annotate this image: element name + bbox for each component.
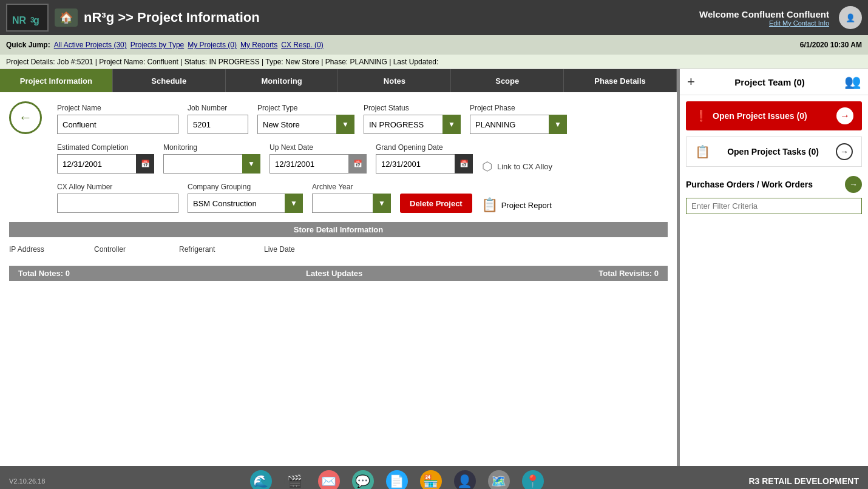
quickjump-my-reports[interactable]: My Reports — [240, 41, 277, 49]
avatar: 👤 — [839, 6, 862, 29]
tab-bar: Project Information Schedule Monitoring … — [0, 69, 677, 92]
up-next-date-group: Up Next Date 📅 — [270, 143, 367, 174]
quickjump-all-active[interactable]: All Active Projects (30) — [54, 41, 127, 49]
project-type-label: Project Type — [257, 104, 354, 112]
taskbar-icon-chat[interactable]: 💬 — [352, 470, 374, 489]
monitoring-group: Monitoring ▼ — [163, 143, 260, 174]
version-label: V2.10.26.18 — [9, 477, 45, 485]
tab-schedule[interactable]: Schedule — [113, 69, 226, 92]
home-icon[interactable]: 🏠 — [55, 8, 78, 27]
taskbar-icon-email[interactable]: ✉️ — [318, 470, 340, 489]
header: NR 3 g 🏠 nR³g >> Project Information Wel… — [0, 0, 868, 35]
tasks-arrow-icon: → — [836, 143, 853, 160]
quickjump-my-projects[interactable]: My Projects (0) — [188, 41, 237, 49]
up-next-date-calendar-btn[interactable]: 📅 — [348, 154, 367, 174]
logo: NR 3 g — [6, 4, 49, 32]
back-arrow-icon: ← — [19, 110, 32, 126]
company-grouping-dropdown-btn[interactable]: ▼ — [285, 194, 303, 213]
project-status-label: Project Status — [364, 104, 461, 112]
quickjump-by-type[interactable]: Projects by Type — [131, 41, 185, 49]
svg-text:NR: NR — [12, 15, 27, 25]
project-name-group: Project Name — [57, 104, 178, 134]
taskbar-icon-store[interactable]: 🏪 — [420, 470, 442, 489]
team-icon: 👥 — [844, 74, 861, 90]
project-type-select: ▼ — [257, 115, 354, 134]
project-details-text: Project Details: Job #:5201 | Project Na… — [6, 58, 438, 66]
taskbar-icon-film[interactable]: 🎬 — [284, 470, 306, 489]
open-issues-label: Open Project Issues (0) — [713, 111, 807, 121]
taskbar-icon-map[interactable]: 🗺️ — [488, 470, 510, 489]
grand-opening-date-input[interactable] — [376, 154, 455, 174]
open-tasks-label: Open Project Tasks (0) — [727, 147, 819, 157]
job-number-label: Job Number — [188, 104, 248, 112]
project-phase-input[interactable] — [470, 115, 549, 134]
tab-monitoring[interactable]: Monitoring — [226, 69, 339, 92]
link-to-cx-alloy-label[interactable]: Link to CX Alloy — [497, 162, 552, 171]
po-filter-input[interactable] — [686, 198, 862, 214]
up-next-date-label: Up Next Date — [270, 143, 367, 152]
estimated-completion-input[interactable] — [57, 154, 136, 174]
tab-scope[interactable]: Scope — [451, 69, 564, 92]
up-next-date-field: 📅 — [270, 154, 367, 174]
po-arrow-button[interactable]: → — [845, 176, 862, 193]
archive-year-dropdown-btn[interactable]: ▼ — [373, 194, 391, 213]
cx-alloy-number-input[interactable] — [57, 194, 178, 213]
svg-text:g: g — [33, 15, 39, 25]
taskbar-icon-location[interactable]: 📍 — [522, 470, 544, 489]
total-revisits: Total Revisits: 0 — [598, 269, 659, 278]
project-phase-label: Project Phase — [470, 104, 567, 112]
add-team-member-button[interactable]: + — [687, 74, 695, 90]
taskbar-icon-document[interactable]: 📄 — [386, 470, 408, 489]
monitoring-select: ▼ — [163, 154, 260, 174]
cx-alloy-hex-icon: ⬡ — [482, 159, 492, 174]
tab-notes[interactable]: Notes — [338, 69, 451, 92]
project-type-dropdown-btn[interactable]: ▼ — [336, 115, 354, 134]
tab-project-information[interactable]: Project Information — [0, 69, 113, 92]
quickjump-cx-resp[interactable]: CX Resp. (0) — [281, 41, 323, 49]
project-status-input[interactable] — [364, 115, 442, 134]
company-grouping-group: Company Grouping ▼ — [188, 183, 303, 213]
up-next-date-input[interactable] — [270, 154, 348, 174]
live-date-label: Live Date — [264, 245, 325, 254]
back-button[interactable]: ← — [9, 101, 42, 134]
cx-alloy-number-group: CX Alloy Number — [57, 183, 178, 213]
project-report-icon: 📋 — [481, 197, 498, 213]
datetime: 6/1/2020 10:30 AM — [800, 41, 862, 49]
main-layout: Project Information Schedule Monitoring … — [0, 69, 868, 466]
project-status-dropdown-btn[interactable]: ▼ — [442, 115, 461, 134]
store-detail-header: Store Detail Information — [9, 222, 668, 237]
monitoring-input[interactable] — [163, 154, 242, 174]
issues-arrow-icon: → — [836, 107, 853, 124]
edit-contact-link[interactable]: Edit My Contact Info — [699, 19, 829, 27]
project-status-group: Project Status ▼ — [364, 104, 461, 134]
open-project-tasks-button[interactable]: 📋 Open Project Tasks (0) → — [686, 137, 862, 167]
issues-exclamation-icon: ❗ — [694, 109, 708, 123]
company-grouping-input[interactable] — [188, 194, 285, 213]
grand-opening-date-label: Grand Opening Date — [376, 143, 473, 152]
project-type-group: Project Type ▼ — [257, 104, 354, 134]
estimated-completion-calendar-btn[interactable]: 📅 — [136, 154, 154, 174]
job-number-input[interactable] — [188, 115, 248, 134]
project-type-input[interactable] — [257, 115, 336, 134]
project-phase-select: ▼ — [470, 115, 567, 134]
project-report-label: Project Report — [501, 201, 552, 210]
tab-phase-details[interactable]: Phase Details — [564, 69, 677, 92]
po-header: Purchase Orders / Work Orders → — [686, 176, 862, 193]
taskbar: V2.10.26.18 🌊 🎬 ✉️ 💬 📄 🏪 👤 🗺️ 📍 R3 RETAI… — [0, 466, 868, 489]
open-project-issues-button[interactable]: ❗ Open Project Issues (0) → — [686, 101, 862, 130]
project-phase-group: Project Phase ▼ — [470, 104, 567, 134]
project-name-input[interactable] — [57, 115, 178, 134]
monitoring-dropdown-btn[interactable]: ▼ — [242, 154, 260, 174]
job-number-group: Job Number — [188, 104, 248, 134]
archive-year-input[interactable] — [312, 194, 373, 213]
project-phase-dropdown-btn[interactable]: ▼ — [549, 115, 567, 134]
estimated-completion-label: Estimated Completion — [57, 143, 154, 152]
delete-project-button[interactable]: Delete Project — [400, 194, 472, 213]
taskbar-icon-water[interactable]: 🌊 — [250, 470, 272, 489]
grand-opening-calendar-btn[interactable]: 📅 — [455, 154, 473, 174]
taskbar-icon-user[interactable]: 👤 — [454, 470, 476, 489]
right-panel: + Project Team (0) 👥 ❗ Open Project Issu… — [680, 69, 868, 466]
project-report-button[interactable]: 📋 Project Report — [481, 197, 552, 213]
notes-bar: Total Notes: 0 Latest Updates Total Revi… — [9, 266, 668, 281]
store-detail-row: IP Address Controller Refrigerant Live D… — [9, 242, 668, 257]
